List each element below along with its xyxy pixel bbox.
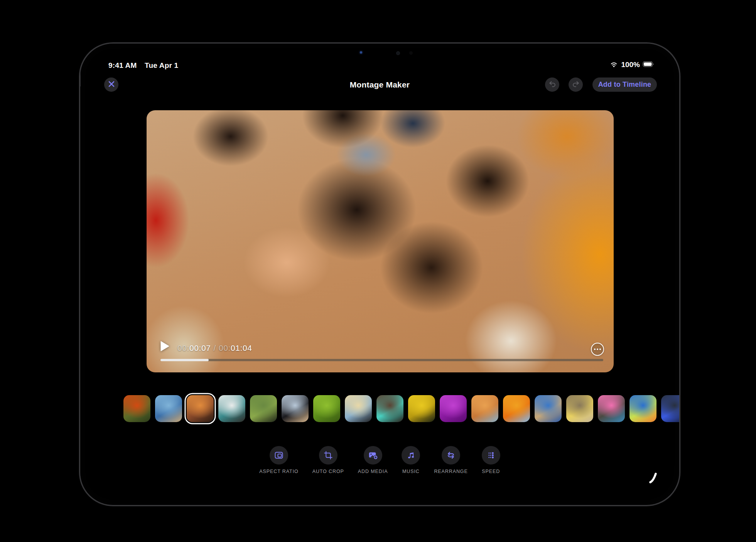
time-display: 00:00:07/00:01:04 (177, 343, 252, 353)
add-to-timeline-button[interactable]: Add to Timeline (592, 77, 657, 92)
thumbnail-dancer-orange-dress[interactable] (503, 395, 530, 422)
current-time-prefix: 00: (177, 343, 189, 352)
thumbnail-tide-pool-abstract[interactable] (376, 395, 403, 422)
ellipsis-more-icon (599, 348, 601, 350)
thumbnail-friends-looking-down-sky[interactable] (629, 395, 656, 422)
tool-label: SPEED (482, 469, 500, 474)
wifi-icon (609, 61, 618, 69)
tool-music-button[interactable]: MUSIC (402, 446, 420, 474)
ipad-device-frame: 9:41 AM Tue Apr 1 100% Montage Maker Add… (79, 42, 680, 506)
thumbnail-yellow-flower-closeup[interactable] (408, 395, 435, 422)
tool-aspect-ratio-button[interactable]: ASPECT RATIO (259, 446, 298, 474)
player-more-options-button[interactable] (591, 343, 604, 356)
tool-rearrange-button[interactable]: REARRANGE (434, 446, 467, 474)
video-preview[interactable]: 00:00:07/00:01:04 (147, 110, 614, 372)
play-icon (160, 341, 169, 353)
speed-icon (482, 446, 500, 465)
thumbnail-yellow-dress-beach-rocks[interactable] (566, 395, 593, 422)
thumbnail-blonde-woman-blue-sky[interactable] (345, 395, 372, 422)
thumbnail-purple-thistle-closeup[interactable] (440, 395, 467, 422)
time-separator: / (214, 343, 216, 352)
aspect-ratio-icon (270, 446, 288, 465)
status-date: Tue Apr 1 (145, 61, 178, 69)
camera-indicator-dot (360, 51, 362, 54)
thumbnail-green-succulent[interactable] (313, 395, 340, 422)
thumbnail-pink-dress-on-rocks[interactable] (598, 395, 625, 422)
tool-speed-button[interactable]: SPEED (482, 446, 500, 474)
thumbnail-woman-orange-hat-green-sweater[interactable] (123, 395, 150, 422)
undo-icon (548, 79, 557, 90)
duration-prefix: 00: (219, 343, 231, 352)
current-time: 00:07 (189, 343, 211, 352)
music-icon (402, 446, 420, 465)
status-bar-right: 100% (609, 61, 655, 69)
thumbnail-runners-on-beach[interactable] (535, 395, 562, 422)
play-button[interactable] (158, 340, 171, 353)
thumbnail-silhouette-beach-sunset[interactable] (282, 395, 309, 422)
tool-label: AUTO CROP (312, 469, 344, 474)
battery-percentage: 100% (621, 61, 640, 69)
redo-button[interactable] (569, 77, 583, 92)
status-time: 9:41 AM (108, 61, 137, 69)
tool-label: REARRANGE (434, 469, 467, 474)
duration: 01:04 (231, 343, 252, 352)
add-media-icon (364, 446, 382, 465)
front-camera-sensor (409, 51, 413, 55)
thumbnail-couple-on-beach-sunset[interactable] (471, 395, 498, 422)
page-title: Montage Maker (80, 80, 679, 89)
front-camera-lens (397, 52, 400, 55)
tool-label: ASPECT RATIO (259, 469, 298, 474)
editing-toolbar: ASPECT RATIOAUTO CROPADD MEDIAMUSICREARR… (80, 446, 679, 474)
tool-label: MUSIC (402, 469, 420, 474)
video-scrubber[interactable] (160, 359, 603, 361)
ellipsis-more-icon (597, 348, 598, 350)
scrubber-progress-fill (160, 359, 209, 361)
thumbnail-friends-peace-signs-selected-clip[interactable] (187, 395, 214, 422)
tool-add-media-button[interactable]: ADD MEDIA (358, 446, 388, 474)
thumbnail-coastal-cove[interactable] (218, 395, 245, 422)
ellipsis-more-icon (594, 348, 596, 350)
thumbnail-puffin-in-greenery[interactable] (250, 395, 277, 422)
battery-full-icon (643, 61, 655, 69)
redo-icon (571, 79, 580, 90)
undo-button[interactable] (545, 77, 559, 92)
pencil-tip-arc (646, 468, 664, 487)
clip-thumbnail-strip (123, 395, 680, 422)
tool-auto-crop-button[interactable]: AUTO CROP (312, 446, 344, 474)
tool-label: ADD MEDIA (358, 469, 388, 474)
thumbnail-blue-shirt-ribbon[interactable] (661, 395, 680, 422)
auto-crop-icon (319, 446, 338, 465)
status-bar-left: 9:41 AM Tue Apr 1 (108, 61, 178, 70)
thumbnail-beach-blue-fabric[interactable] (155, 395, 182, 422)
rearrange-icon (442, 446, 460, 465)
